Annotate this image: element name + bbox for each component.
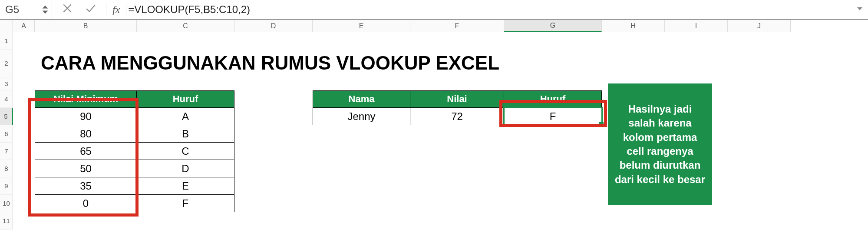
- grade-table: Nilai Minimum Huruf 90 A 80 B 65 C 50 D …: [35, 90, 234, 212]
- cancel-icon: [62, 3, 73, 14]
- table-cell[interactable]: C: [137, 143, 234, 160]
- lookup-table-header-letter: Huruf: [504, 90, 602, 108]
- grid-body[interactable]: 1 2 3 4 5 6 7 8 9 10 11 CARA MENGGUNAKAN…: [0, 32, 868, 230]
- lookup-table: Nama Nilai Huruf Jenny 72 F: [313, 90, 602, 125]
- name-box-container: G5: [0, 0, 52, 19]
- table-cell[interactable]: F: [137, 195, 234, 212]
- col-header-J[interactable]: J: [728, 20, 791, 32]
- formula-bar: G5 fx: [0, 0, 868, 20]
- col-header-H[interactable]: H: [602, 20, 665, 32]
- svg-marker-1: [43, 10, 48, 13]
- row-header-1[interactable]: 1: [0, 32, 13, 50]
- col-header-C[interactable]: C: [137, 20, 234, 32]
- row-header-7[interactable]: 7: [0, 143, 13, 160]
- table-cell[interactable]: 65: [35, 143, 137, 160]
- table-cell[interactable]: E: [137, 177, 234, 195]
- formula-bar-buttons: [52, 3, 106, 17]
- name-box-stepper[interactable]: [41, 4, 49, 15]
- table-cell[interactable]: F: [504, 108, 602, 125]
- row-header-10[interactable]: 10: [0, 195, 13, 212]
- table-cell[interactable]: B: [137, 125, 234, 143]
- col-header-B[interactable]: B: [35, 20, 137, 32]
- select-all-corner[interactable]: [0, 20, 13, 32]
- formula-input[interactable]: [126, 3, 851, 16]
- confirm-icon: [85, 3, 96, 14]
- table-cell[interactable]: 72: [410, 108, 504, 125]
- row-header-6[interactable]: 6: [0, 125, 13, 143]
- column-headers: A B C D E F G H I J: [0, 20, 868, 32]
- row-header-5[interactable]: 5: [0, 108, 13, 125]
- formula-bar-expand[interactable]: [851, 4, 868, 15]
- expand-icon: [856, 5, 864, 13]
- col-header-F[interactable]: F: [410, 20, 504, 32]
- table-cell[interactable]: Jenny: [313, 108, 410, 125]
- col-header-I[interactable]: I: [665, 20, 728, 32]
- stepper-up-icon: [41, 4, 49, 10]
- table-cell[interactable]: 35: [35, 177, 137, 195]
- table-cell[interactable]: 80: [35, 125, 137, 143]
- col-header-E[interactable]: E: [313, 20, 410, 32]
- row-header-2[interactable]: 2: [0, 50, 13, 77]
- col-header-A[interactable]: A: [13, 20, 35, 32]
- stepper-down-icon: [41, 10, 49, 15]
- row-header-3[interactable]: 3: [0, 77, 13, 90]
- table-cell[interactable]: D: [137, 160, 234, 177]
- row-header-8[interactable]: 8: [0, 160, 13, 177]
- grade-table-header-letter: Huruf: [137, 90, 234, 108]
- table-cell[interactable]: 90: [35, 108, 137, 125]
- row-header-11[interactable]: 11: [0, 212, 13, 230]
- confirm-button[interactable]: [85, 3, 96, 17]
- cancel-button[interactable]: [62, 3, 73, 17]
- row-header-9[interactable]: 9: [0, 177, 13, 195]
- page-title: CARA MENGGUNAKAN RUMUS VLOOKUP EXCEL: [35, 53, 499, 73]
- fx-label[interactable]: fx: [106, 4, 126, 16]
- name-box[interactable]: G5: [5, 3, 31, 16]
- worksheet: A B C D E F G H I J 1 2 3 4 5 6 7 8 9 10…: [0, 20, 868, 230]
- lookup-table-header-value: Nilai: [410, 90, 504, 108]
- svg-marker-2: [857, 7, 863, 10]
- svg-marker-0: [43, 5, 48, 8]
- row-header-4[interactable]: 4: [0, 90, 13, 108]
- col-header-D[interactable]: D: [234, 20, 313, 32]
- lookup-table-header-name: Nama: [313, 90, 410, 108]
- col-header-G[interactable]: G: [504, 20, 602, 32]
- table-cell[interactable]: A: [137, 108, 234, 125]
- grade-table-header-min: Nilai Minimum: [35, 90, 137, 108]
- table-cell[interactable]: 0: [35, 195, 137, 212]
- table-cell[interactable]: 50: [35, 160, 137, 177]
- annotation-note: Hasilnya jadi salah karena kolom pertama…: [608, 83, 712, 205]
